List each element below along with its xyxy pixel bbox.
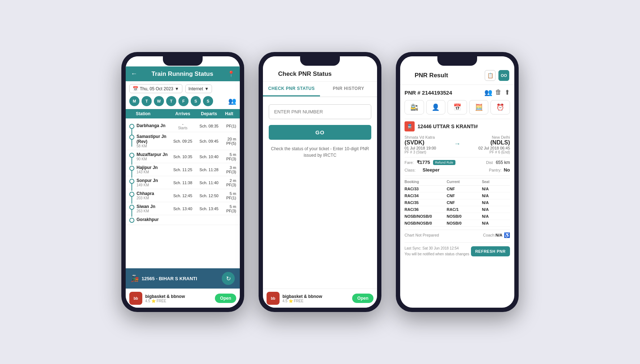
- station-name-0: Darbhanga Jn: [137, 123, 165, 128]
- person-btn[interactable]: 👤: [426, 100, 446, 114]
- from-time: 01 Jul 2018 19:00: [405, 146, 451, 150]
- day-btn-t1[interactable]: T: [142, 96, 152, 106]
- booking-3: RAC/36: [405, 207, 447, 212]
- seat-2: N/A: [482, 200, 510, 205]
- station-dot-0: [129, 124, 134, 129]
- notify-text: You will be notified when status changes: [405, 252, 469, 256]
- ad-sub-1: 4.5 ⭐ FREE: [145, 299, 212, 303]
- station-departs-1: Sch. 09:45: [196, 139, 222, 143]
- day-btn-s1[interactable]: S: [191, 96, 201, 106]
- station-info-5: Chhapra 203 KM: [137, 191, 154, 200]
- current-0: CNF: [447, 187, 482, 191]
- go-button[interactable]: GO: [269, 125, 371, 140]
- booking-row-1: RAC/34 CNF N/A: [405, 192, 510, 199]
- station-name-col-4: Sonpur Jn 149 KM: [129, 178, 170, 187]
- p3-content: PNR # 2144193524 👥 🗑 ⬆ 🚉 👤 📅 🧮 ⏰: [400, 85, 514, 308]
- ad-bar-2: bb bigbasket & bbnow 4.5 ⭐ FREE Open: [263, 289, 377, 308]
- calendar-icon: 📅: [133, 86, 138, 91]
- station-row-4: Sonpur Jn 149 KM Sch. 11:38 Sch. 11:40 2…: [126, 176, 240, 189]
- internet-dropdown[interactable]: Internet ▼: [185, 84, 212, 93]
- phone-3-screen: ← PNR Result 📋 OO PNR # 2144193524: [400, 56, 514, 308]
- ad-logo-1: bb: [129, 292, 142, 305]
- ad-open-btn-2[interactable]: Open: [352, 294, 373, 303]
- tab-pnr-history[interactable]: PNR HISTORY: [320, 82, 377, 96]
- pnr-input[interactable]: [269, 104, 371, 119]
- orange-icon-box[interactable]: OO: [498, 70, 509, 81]
- col-current: Current: [447, 180, 482, 184]
- station-name-3: Hajipur Jn: [137, 165, 158, 170]
- current-5: NOSB/0: [447, 221, 482, 225]
- back-button-1[interactable]: ←: [131, 70, 137, 78]
- calendar-btn[interactable]: 📅: [447, 100, 467, 114]
- booking-row-2: RAC/35 CNF N/A: [405, 199, 510, 206]
- dist-value: 655 km: [496, 160, 510, 165]
- day-btn-m[interactable]: M: [129, 96, 139, 106]
- station-info-2: Muzaffarpur Jn 90 KM: [137, 152, 168, 161]
- booking-0: RAC/33: [405, 187, 447, 191]
- refresh-fab[interactable]: ↻: [222, 272, 235, 285]
- fare-value: ₹1775: [417, 160, 430, 165]
- station-halt-3: 3 mPF(3): [222, 165, 236, 174]
- delete-icon[interactable]: 🗑: [495, 88, 502, 96]
- to-code: (NDLS): [463, 139, 510, 146]
- fare-row: Fare: ₹1775 Refund Rule Dist 655 km: [405, 160, 510, 165]
- station-info-6: Siwan Jn 263 KM: [137, 204, 155, 213]
- p3-header: ← PNR Result 📋 OO: [400, 66, 514, 85]
- share-users-icon[interactable]: 👥: [484, 88, 492, 96]
- station-info-4: Sonpur Jn 149 KM: [137, 178, 158, 187]
- day-btn-w[interactable]: W: [154, 96, 164, 106]
- tab-check-pnr[interactable]: CHECK PNR STATUS: [263, 82, 320, 96]
- back-button-3[interactable]: ←: [405, 72, 412, 79]
- phone-3: ← PNR Result 📋 OO PNR # 2144193524: [396, 52, 519, 312]
- train-icon-red: 🚆: [405, 121, 415, 131]
- phone-2: ← Check PNR Status CHECK PNR STATUS PNR …: [259, 52, 381, 312]
- day-btn-s2[interactable]: S: [203, 96, 213, 106]
- station-dot-7: [129, 218, 134, 223]
- station-name-col-7: Gorakhpur: [129, 217, 170, 223]
- clipboard-icon-box[interactable]: 📋: [485, 70, 496, 81]
- p3-header-icons: 📋 OO: [485, 70, 509, 81]
- station-departs-0: Sch. 08:35: [196, 124, 222, 128]
- station-row-1: Samastipur Jn (Rev) 58 KM Sch. 09:25 Sch…: [126, 132, 240, 150]
- journey-to: New Delhi (NDLS) 02 Jul 2018 06:45 PF # …: [463, 135, 510, 154]
- col-station: Station: [129, 111, 170, 116]
- train-btn[interactable]: 🚉: [405, 100, 424, 114]
- back-button-2[interactable]: ←: [268, 70, 274, 78]
- station-km-4: 149 KM: [137, 183, 158, 187]
- p2-tabs: CHECK PNR STATUS PNR HISTORY: [263, 82, 377, 97]
- upload-icon[interactable]: ⬆: [505, 88, 510, 96]
- station-halt-6: 5 mPF(3): [222, 204, 236, 213]
- station-row-7: Gorakhpur: [126, 215, 240, 225]
- station-arrives-2: Sch. 10:35: [170, 155, 196, 159]
- p1-bottom-train: 12565 - BIHAR S KRANTI: [142, 276, 197, 281]
- station-dot-1: [129, 135, 134, 140]
- train-name-row: 🚆 12446 UTTAR S KRANTI#: [405, 121, 510, 131]
- station-arrives-5: Sch. 12:45: [170, 194, 196, 198]
- station-halt-5: 5 mPF(1): [222, 191, 236, 200]
- ad-logo-2: bb: [267, 292, 280, 305]
- date-dropdown[interactable]: 📅 Thu, 05 Oct 2023 ▼: [129, 84, 182, 93]
- refresh-pnr-btn[interactable]: REFRESH PNR: [471, 246, 510, 256]
- station-km-5: 203 KM: [137, 196, 154, 200]
- ad-open-btn-1[interactable]: Open: [215, 294, 236, 303]
- station-arrives-4: Sch. 11:38: [170, 181, 196, 185]
- chevron-down-icon-2: ▼: [204, 86, 209, 91]
- p3-title: PNR Result: [415, 72, 482, 79]
- booking-row-3: RAC/36 RAC/1 N/A: [405, 206, 510, 213]
- alarm-btn[interactable]: ⏰: [490, 100, 510, 114]
- station-name-1: Samastipur Jn (Rev): [137, 134, 170, 144]
- station-name-col-3: Hajipur Jn 143 KM: [129, 165, 170, 174]
- day-btn-f[interactable]: F: [178, 96, 189, 106]
- coach-value: N/A: [496, 233, 502, 237]
- calculator-btn[interactable]: 🧮: [469, 100, 489, 114]
- last-sync-label: Last Sync: Sat 30 Jun 2018 12:54: [405, 246, 469, 250]
- fare-label: Fare:: [405, 160, 414, 165]
- station-km-3: 143 KM: [137, 170, 158, 174]
- ad-text-1: bigbasket & bbnow 4.5 ⭐ FREE: [145, 294, 212, 303]
- chart-status: Chart Not Prepared: [405, 233, 483, 237]
- coach-label: Coach:: [483, 233, 496, 237]
- ad-text-2: bigbasket & bbnow 4.5 ⭐ FREE: [282, 294, 349, 303]
- station-info-1: Samastipur Jn (Rev) 58 KM: [137, 134, 170, 148]
- last-sync-label-text: Last Sync:: [405, 246, 421, 250]
- day-btn-t2[interactable]: T: [166, 96, 176, 106]
